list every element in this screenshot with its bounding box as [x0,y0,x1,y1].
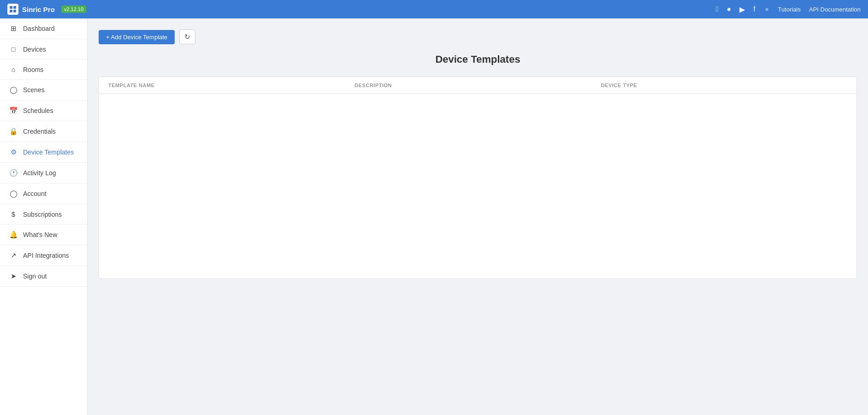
sidebar-label-schedules: Schedules [23,107,53,114]
svg-rect-1 [13,6,16,9]
sign-out-icon: ➤ [9,272,18,280]
topnav-icons:  ● ▶ f ⚬ Tutorials API Documentation [716,5,861,14]
notification-icon[interactable]: ● [726,5,731,13]
rooms-icon: ⌂ [9,65,18,73]
sidebar-item-whats-new[interactable]: 🔔 What's New [0,225,87,245]
sidebar-item-subscriptions[interactable]: $ Subscriptions [0,204,87,225]
dashboard-icon: ⊞ [9,24,18,33]
facebook-icon[interactable]: f [753,5,755,13]
sidebar-item-devices[interactable]: □ Devices [0,39,87,59]
sidebar-label-account: Account [23,190,47,197]
sidebar-item-credentials[interactable]: 🔒 Credentials [0,121,87,142]
logo-icon [7,4,18,15]
toolbar: + Add Device Template ↻ [99,30,857,44]
github-icon[interactable]: ⚬ [764,5,770,14]
account-icon: ◯ [9,190,18,198]
topnav: Sinric Pro v2.12.10  ● ▶ f ⚬ Tutorials … [0,0,868,18]
sidebar-item-account[interactable]: ◯ Account [0,184,87,204]
sidebar: ⊞ Dashboard □ Devices ⌂ Rooms ◯ Scenes 📅… [0,18,88,415]
sidebar-item-device-templates[interactable]: ⚙ Device Templates [0,142,87,163]
refresh-icon: ↻ [184,33,190,41]
apple-icon[interactable]:  [716,5,719,13]
sidebar-item-dashboard[interactable]: ⊞ Dashboard [0,18,87,39]
device-templates-table: TEMPLATE NAME DESCRIPTION DEVICE TYPE [99,77,857,279]
devices-icon: □ [9,45,18,53]
subscriptions-icon: $ [9,210,18,218]
whats-new-icon: 🔔 [9,231,18,239]
sidebar-item-rooms[interactable]: ⌂ Rooms [0,59,87,80]
brand-logo: Sinric Pro v2.12.10 [7,4,86,15]
svg-rect-3 [13,10,16,12]
sidebar-label-api-integrations: API Integrations [23,252,69,259]
tutorials-link[interactable]: Tutorials [778,6,801,13]
schedules-icon: 📅 [9,107,18,115]
sidebar-item-activity-log[interactable]: 🕐 Activity Log [0,163,87,184]
svg-rect-2 [10,10,12,12]
activity-log-icon: 🕐 [9,169,18,177]
sidebar-label-activity-log: Activity Log [23,169,56,177]
refresh-button[interactable]: ↻ [179,30,195,44]
add-device-template-button[interactable]: + Add Device Template [99,30,175,44]
sidebar-label-whats-new: What's New [23,231,57,238]
sidebar-label-devices: Devices [23,46,46,53]
template-name-col-header: TEMPLATE NAME [108,83,354,88]
sidebar-label-credentials: Credentials [23,128,56,135]
youtube-icon[interactable]: ▶ [739,5,745,14]
sidebar-label-dashboard: Dashboard [23,25,55,32]
description-col-header: DESCRIPTION [354,83,601,88]
sidebar-label-subscriptions: Subscriptions [23,211,62,218]
main-content: + Add Device Template ↻ Device Templates… [88,18,868,415]
sidebar-label-scenes: Scenes [23,86,45,94]
version-badge: v2.12.10 [61,6,86,13]
sidebar-label-device-templates: Device Templates [23,148,74,156]
device-type-col-header: DEVICE TYPE [601,83,847,88]
page-title: Device Templates [99,53,857,65]
table-body [99,94,856,279]
sidebar-item-scenes[interactable]: ◯ Scenes [0,80,87,101]
device-templates-icon: ⚙ [9,148,18,156]
credentials-icon: 🔒 [9,127,18,136]
api-docs-link[interactable]: API Documentation [809,6,861,13]
table-header: TEMPLATE NAME DESCRIPTION DEVICE TYPE [99,77,856,94]
sidebar-label-sign-out: Sign out [23,273,47,280]
sidebar-item-sign-out[interactable]: ➤ Sign out [0,266,87,287]
svg-rect-0 [10,6,12,9]
sidebar-item-schedules[interactable]: 📅 Schedules [0,101,87,121]
sidebar-item-api-integrations[interactable]: ↗ API Integrations [0,245,87,266]
brand-name: Sinric Pro [22,6,55,13]
api-integrations-icon: ↗ [9,251,18,260]
sidebar-label-rooms: Rooms [23,66,43,73]
scenes-icon: ◯ [9,86,18,94]
